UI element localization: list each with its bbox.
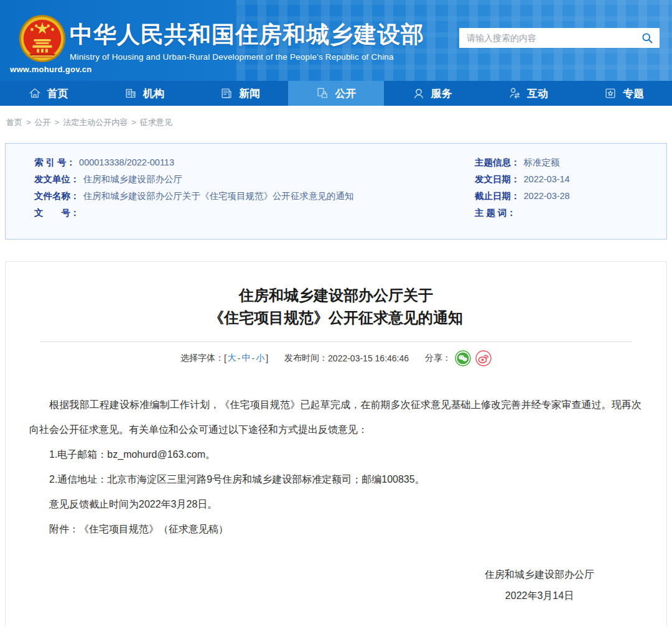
breadcrumb-separator: > (26, 118, 31, 127)
interact-icon (508, 86, 521, 100)
info-value: 2022-03-28 (524, 191, 570, 201)
national-emblem-icon (17, 14, 67, 65)
breadcrumb-item-2[interactable]: 法定主动公开内容 (63, 118, 128, 127)
article-paragraph-1: 1.电子邮箱：bz_mohurd@163.com。 (29, 442, 642, 467)
nav-item-5[interactable]: 互动 (480, 81, 576, 106)
article-body: 根据我部工程建设标准编制工作计划，《住宅项目规范》已起草完成，在前期多次征求意见… (6, 366, 666, 542)
info-label: 主 题 词： (475, 208, 516, 218)
info-label: 文 号： (34, 208, 80, 218)
wechat-share-icon[interactable] (455, 350, 471, 366)
article-paragraph-0: 根据我部工程建设标准编制工作计划，《住宅项目规范》已起草完成，在前期多次征求意见… (29, 392, 642, 442)
nav-item-1[interactable]: 机构 (96, 81, 192, 106)
info-row: 主题信息：标准定额 (475, 154, 666, 171)
nav-item-6[interactable]: 专题 (576, 81, 672, 106)
info-row: 文 号： (34, 205, 441, 221)
info-label: 发文日期： (475, 174, 520, 184)
search-box[interactable] (459, 28, 660, 48)
breadcrumb: 首页>公开>法定主动公开内容>征求意见 (0, 106, 672, 128)
breadcrumb-item-3: 征求意见 (140, 118, 172, 127)
breadcrumb-item-0[interactable]: 首页 (6, 118, 22, 127)
signature-issuer: 住房和城乡建设部办公厅 (452, 564, 627, 585)
article-paragraph-4: 附件：《住宅项目规范》（征求意见稿） (29, 517, 642, 542)
nav-item-2[interactable]: 新闻 (192, 81, 288, 106)
nav-item-label: 专题 (623, 86, 644, 101)
info-value: 住房和城乡建设部办公厅 (83, 174, 183, 184)
nav-item-label: 公开 (335, 86, 356, 101)
info-label: 文件名称： (34, 191, 80, 201)
font-option-separator: - (238, 353, 241, 363)
document-info-box: 索 引 号：000013338/2022-00113发文单位：住房和城乡建设部办… (5, 143, 667, 239)
font-option-1[interactable]: 中 (242, 353, 251, 364)
home-icon (28, 86, 42, 100)
font-option-0[interactable]: 大 (228, 353, 236, 364)
share-label: 分享： (425, 353, 451, 364)
info-row: 发文日期：2022-03-14 (475, 171, 666, 188)
info-value: 2022-03-14 (524, 174, 570, 184)
font-option-2[interactable]: 小 (256, 353, 264, 364)
search-icon[interactable] (641, 32, 653, 44)
article-paragraph-3: 意见反馈截止时间为2022年3月28日。 (29, 492, 642, 517)
info-value: 000013338/2022-00113 (79, 157, 174, 167)
nav-item-4[interactable]: 服务 (384, 81, 480, 106)
topics-icon (604, 86, 617, 100)
site-title: 中华人民共和国住房和城乡建设部 (70, 21, 424, 49)
breadcrumb-item-1[interactable]: 公开 (35, 118, 51, 127)
article-title-line1: 住房和城乡建设部办公厅关于 (6, 284, 666, 307)
nav-item-label: 新闻 (239, 86, 260, 101)
nav-item-label: 互动 (527, 86, 548, 101)
signature-date: 2022年3月14日 (452, 585, 627, 606)
info-row: 发文单位：住房和城乡建设部办公厅 (34, 171, 441, 188)
weibo-share-icon[interactable] (475, 350, 492, 366)
search-input[interactable] (467, 33, 641, 43)
nav-item-3[interactable]: 公开 (288, 81, 384, 106)
nav-item-0[interactable]: 首页 (0, 81, 96, 106)
site-banner: www.mohurd.gov.cn 中华人民共和国住房和城乡建设部 Minist… (0, 0, 672, 81)
main-navigation: 首页机构新闻公开服务互动专题 (0, 81, 672, 106)
info-value: 住房和城乡建设部办公厅关于《住宅项目规范》公开征求意见的通知 (83, 191, 354, 201)
site-title-english: Ministry of Housing and Urban-Rural Deve… (70, 52, 424, 62)
font-selector-label: 选择字体： (180, 353, 224, 364)
article-title-line2: 《住宅项目规范》公开征求意见的通知 (6, 307, 666, 329)
article-meta-row: 选择字体：[ 大 - 中 - 小 ] 发布时间： 2022-03-15 16:4… (6, 350, 666, 366)
article-container: 住房和城乡建设部办公厅关于 《住宅项目规范》公开征求意见的通知 选择字体：[ 大… (5, 261, 667, 627)
info-value: 标准定额 (524, 157, 560, 167)
title-divider (40, 341, 632, 342)
font-option-separator: - (252, 353, 255, 363)
publish-time-value: 2022-03-15 16:46:46 (328, 353, 409, 363)
info-label: 发文单位： (34, 174, 80, 184)
nav-item-label: 服务 (431, 86, 452, 101)
article-paragraph-2: 2.通信地址：北京市海淀区三里河路9号住房和城乡建设部标准定额司；邮编10083… (29, 467, 642, 492)
info-label: 索 引 号： (34, 157, 75, 167)
info-label: 主题信息： (475, 157, 520, 167)
breadcrumb-separator: > (55, 118, 60, 127)
publish-time-label: 发布时间： (284, 353, 328, 364)
font-size-selector: 选择字体：[ 大 - 中 - 小 ] (180, 353, 268, 364)
info-row: 文件名称：住房和城乡建设部办公厅关于《住宅项目规范》公开征求意见的通知 (34, 188, 441, 205)
news-icon (220, 86, 233, 100)
service-icon (412, 86, 426, 100)
breadcrumb-separator: > (131, 118, 136, 127)
nav-item-label: 机构 (143, 86, 164, 101)
site-url: www.mohurd.gov.cn (10, 65, 92, 74)
org-icon (124, 86, 138, 100)
info-label: 截止日期： (475, 191, 520, 201)
info-row: 截止日期：2022-03-28 (475, 188, 666, 205)
info-row: 主 题 词： (475, 205, 666, 221)
disclosure-icon (315, 86, 329, 100)
info-row: 索 引 号：000013338/2022-00113 (34, 154, 441, 171)
nav-item-label: 首页 (47, 86, 68, 101)
